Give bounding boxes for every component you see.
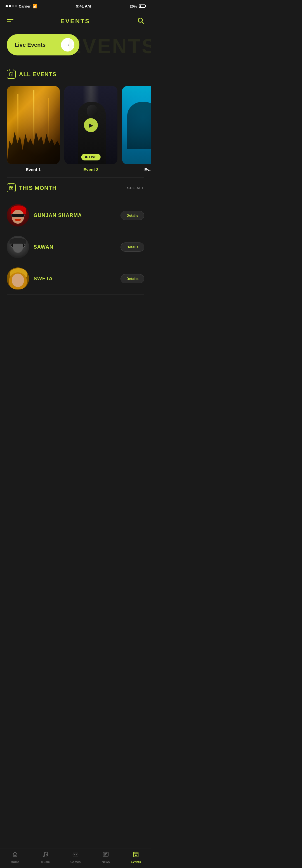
event-label-1: Event 1 bbox=[26, 167, 40, 172]
this-month-title-wrap: THIS MONTH bbox=[7, 183, 57, 192]
svg-point-11 bbox=[11, 188, 12, 189]
menu-button[interactable] bbox=[7, 19, 13, 23]
page-title: EVENTS bbox=[60, 18, 90, 25]
arrow-circle-icon: → bbox=[61, 38, 74, 52]
event-image-2: ▶ LIVE bbox=[64, 86, 118, 164]
artist-avatar-1 bbox=[7, 204, 29, 226]
concert1-image bbox=[7, 86, 60, 164]
avatar-sawan-image bbox=[7, 236, 29, 258]
event-label-2: Event 2 bbox=[83, 167, 98, 172]
live-events-label: Live Events bbox=[14, 42, 57, 48]
signal-dot-3 bbox=[12, 5, 14, 7]
battery-fill bbox=[139, 5, 141, 7]
battery-percent: 20% bbox=[130, 4, 137, 8]
svg-point-6 bbox=[11, 74, 12, 75]
artist-item-2[interactable]: SAWAN Details bbox=[7, 231, 144, 263]
concert2-image: ▶ bbox=[64, 86, 118, 164]
svg-line-1 bbox=[142, 22, 144, 24]
all-events-header: ALL EVENTS bbox=[0, 64, 151, 83]
status-left: Carrier 📶 bbox=[6, 4, 37, 8]
signal-dot-1 bbox=[6, 5, 8, 7]
nav-spacer bbox=[0, 300, 151, 322]
artist-item-3[interactable]: SWETA Details bbox=[7, 263, 144, 294]
concert3-image bbox=[122, 86, 151, 164]
calendar-icon-1 bbox=[7, 70, 16, 79]
details-button-3[interactable]: Details bbox=[121, 274, 144, 283]
battery-icon bbox=[139, 4, 145, 8]
live-badge-text: LIVE bbox=[89, 155, 97, 159]
live-dot bbox=[85, 156, 88, 158]
event-label-3: Ev... bbox=[144, 167, 151, 172]
event-card-1[interactable]: Event 1 bbox=[7, 86, 60, 172]
menu-line-3 bbox=[7, 23, 13, 23]
signal-dot-2 bbox=[9, 5, 11, 7]
calendar-icon-2 bbox=[7, 183, 16, 192]
time-display: 9:41 AM bbox=[76, 4, 91, 8]
all-events-title: ALL EVENTS bbox=[19, 71, 57, 78]
arrow-symbol: → bbox=[65, 42, 70, 48]
app-header: EVENTS bbox=[0, 12, 151, 29]
artist-item-1[interactable]: GUNJAN SHARMA Details bbox=[7, 199, 144, 231]
avatar-sweta-image bbox=[7, 268, 29, 290]
this-month-title: THIS MONTH bbox=[19, 185, 57, 191]
event-card-2[interactable]: ▶ LIVE Event 2 bbox=[64, 86, 118, 172]
artist-list: GUNJAN SHARMA Details SAWAN Details bbox=[0, 197, 151, 300]
events-scroll-container[interactable]: Event 1 ▶ LIVE bbox=[0, 83, 151, 178]
artist-name-1: GUNJAN SHARMA bbox=[34, 213, 116, 218]
svg-rect-2 bbox=[9, 73, 13, 76]
signal-dot-4 bbox=[15, 5, 17, 7]
menu-line-1 bbox=[7, 19, 13, 20]
this-month-header: THIS MONTH SEE ALL bbox=[0, 178, 151, 197]
live-events-button[interactable]: Live Events → bbox=[7, 34, 79, 56]
artist-avatar-3 bbox=[7, 268, 29, 290]
battery-body bbox=[139, 4, 145, 8]
carrier-label: Carrier bbox=[19, 4, 31, 8]
event-card-3[interactable]: Ev... bbox=[122, 86, 151, 172]
search-button[interactable] bbox=[137, 17, 144, 26]
details-button-2[interactable]: Details bbox=[121, 243, 144, 252]
event-image-1 bbox=[7, 86, 60, 164]
artist-avatar-2 bbox=[7, 236, 29, 258]
artist-name-2: SAWAN bbox=[34, 244, 116, 250]
see-all-button[interactable]: SEE ALL bbox=[127, 186, 144, 190]
wifi-icon: 📶 bbox=[32, 4, 37, 8]
details-button-1[interactable]: Details bbox=[121, 211, 144, 220]
menu-line-2 bbox=[7, 21, 11, 22]
artist-name-3: SWETA bbox=[34, 276, 116, 282]
play-button-icon: ▶ bbox=[84, 118, 98, 132]
avatar-gunjan-image bbox=[7, 204, 29, 226]
event-image-3 bbox=[122, 86, 151, 164]
live-badge: LIVE bbox=[81, 154, 101, 160]
status-bar: Carrier 📶 9:41 AM 20% bbox=[0, 0, 151, 12]
status-right: 20% bbox=[130, 4, 145, 8]
all-events-title-wrap: ALL EVENTS bbox=[7, 70, 57, 79]
signal-dots bbox=[6, 5, 17, 7]
watermark-text: EVENTS bbox=[68, 35, 151, 58]
hero-section: EVENTS Live Events → bbox=[0, 29, 151, 64]
